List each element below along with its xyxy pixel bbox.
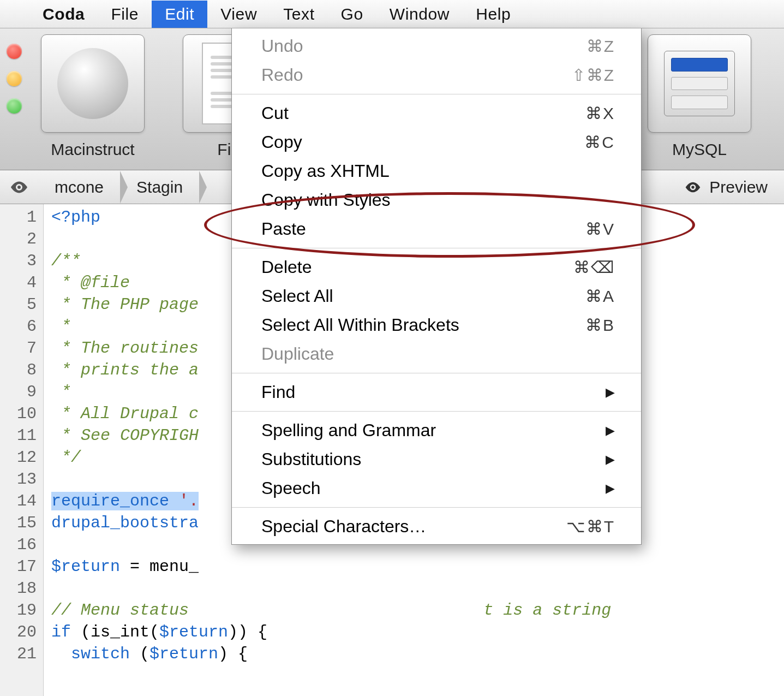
menu-shortcut: ⌘B (585, 316, 615, 335)
line-number: 10 (0, 403, 37, 425)
menu-separator (232, 507, 641, 508)
menu-item[interactable]: Copy⌘C (232, 128, 641, 157)
menu-item-label: Select All Within Brackets (261, 315, 459, 335)
breadcrumb-segment[interactable]: Stagin (120, 178, 199, 197)
line-number: 4 (0, 272, 37, 294)
menu-item[interactable]: Find▶ (232, 378, 641, 407)
menu-separator (232, 411, 641, 412)
menu-file[interactable]: File (98, 1, 152, 28)
toolbar-site-button[interactable]: Macinstruct (41, 34, 145, 159)
window-controls (7, 44, 22, 114)
menu-item[interactable]: Paste⌘V (232, 215, 641, 243)
line-number: 19 (0, 599, 37, 621)
menu-item: Redo⇧⌘Z (232, 61, 641, 90)
code-line[interactable]: switch ($return) { (51, 643, 784, 665)
menu-item-label: Copy with Styles (261, 190, 391, 210)
menu-item-label: Duplicate (261, 344, 334, 364)
menu-item-label: Copy as XHTML (261, 161, 390, 181)
database-icon (664, 51, 735, 116)
code-line[interactable]: $return = menu_ (51, 556, 784, 578)
line-number: 6 (0, 316, 37, 337)
menu-item-label: Substitutions (261, 449, 361, 469)
menu-shortcut: ⌘X (585, 104, 615, 123)
menu-item-label: Paste (261, 219, 306, 239)
menu-shortcut: ⇧⌘Z (572, 66, 615, 85)
menu-item[interactable]: Cut⌘X (232, 99, 641, 128)
globe-icon (57, 48, 128, 119)
submenu-arrow-icon: ▶ (606, 481, 615, 496)
menu-edit[interactable]: Edit (152, 1, 207, 28)
svg-point-0 (17, 186, 21, 189)
line-number: 14 (0, 490, 37, 512)
menu-item-label: Speech (261, 478, 321, 498)
menu-item[interactable]: Select All⌘A (232, 282, 641, 311)
app-name[interactable]: Coda (29, 1, 98, 28)
eye-icon (684, 179, 702, 196)
line-number: 3 (0, 250, 37, 272)
menu-shortcut: ⌘A (585, 287, 615, 306)
menu-item: Undo⌘Z (232, 32, 641, 61)
line-number: 7 (0, 337, 37, 359)
edit-menu-dropdown: Undo⌘ZRedo⇧⌘ZCut⌘XCopy⌘CCopy as XHTMLCop… (231, 28, 642, 545)
menu-item-label: Special Characters… (261, 516, 426, 537)
menu-item-label: Spelling and Grammar (261, 420, 436, 441)
menu-text[interactable]: Text (270, 1, 327, 28)
menu-view[interactable]: View (207, 1, 270, 28)
menu-item[interactable]: Speech▶ (232, 474, 641, 503)
menu-item[interactable]: Special Characters…⌥⌘T (232, 512, 641, 541)
zoom-window-button[interactable] (7, 98, 22, 114)
menu-item-label: Undo (261, 36, 303, 56)
menu-item[interactable]: Substitutions▶ (232, 445, 641, 474)
menu-item[interactable]: Copy with Styles (232, 186, 641, 215)
menu-separator (232, 373, 641, 373)
line-number: 13 (0, 468, 37, 490)
toolbar-mysql-button[interactable]: MySQL (648, 34, 751, 159)
menu-item-label: Cut (261, 103, 289, 123)
menu-item-label: Redo (261, 65, 303, 85)
line-number: 8 (0, 359, 37, 381)
line-number: 17 (0, 556, 37, 578)
menu-item-label: Copy (261, 132, 302, 152)
menu-shortcut: ⌘V (585, 219, 615, 239)
line-number: 16 (0, 534, 37, 556)
line-number: 1 (0, 206, 37, 228)
menu-separator (232, 248, 641, 248)
svg-point-1 (692, 186, 695, 188)
code-line[interactable]: if (is_int($return)) { (51, 621, 784, 643)
line-number: 21 (0, 643, 37, 665)
line-number: 20 (0, 621, 37, 643)
menu-item-label: Find (261, 382, 295, 402)
submenu-arrow-icon: ▶ (606, 385, 615, 400)
menu-item[interactable]: Copy as XHTML (232, 157, 641, 186)
code-line[interactable] (51, 578, 784, 599)
line-number: 15 (0, 512, 37, 534)
menu-go[interactable]: Go (328, 1, 376, 28)
menu-item: Duplicate (232, 340, 641, 368)
menu-window[interactable]: Window (376, 1, 463, 28)
line-number: 2 (0, 228, 37, 250)
menu-item[interactable]: Select All Within Brackets⌘B (232, 311, 641, 340)
preview-label: Preview (709, 178, 768, 197)
line-number: 11 (0, 425, 37, 447)
toolbar-site-label: Macinstruct (51, 140, 134, 159)
menu-shortcut: ⌥⌘T (566, 517, 615, 536)
menu-item[interactable]: Delete⌘⌫ (232, 253, 641, 282)
menu-item-label: Select All (261, 286, 333, 306)
line-number: 18 (0, 578, 37, 599)
close-window-button[interactable] (7, 44, 22, 59)
menu-shortcut: ⌘Z (586, 37, 615, 56)
code-line[interactable]: // Menu status t is a string (51, 599, 784, 621)
line-number: 12 (0, 447, 37, 468)
line-gutter: 123456789101112131415161718192021 (0, 204, 44, 696)
preview-toggle[interactable]: Preview (684, 178, 784, 197)
menu-item[interactable]: Spelling and Grammar▶ (232, 416, 641, 445)
line-number: 5 (0, 294, 37, 316)
path-root-icon[interactable] (0, 177, 38, 197)
menu-help[interactable]: Help (463, 1, 524, 28)
minimize-window-button[interactable] (7, 71, 22, 86)
submenu-arrow-icon: ▶ (606, 453, 615, 467)
toolbar-mysql-label: MySQL (672, 140, 727, 159)
menu-separator (232, 94, 641, 94)
menu-item-label: Delete (261, 257, 312, 277)
breadcrumb-segment[interactable]: mcone (38, 178, 120, 197)
